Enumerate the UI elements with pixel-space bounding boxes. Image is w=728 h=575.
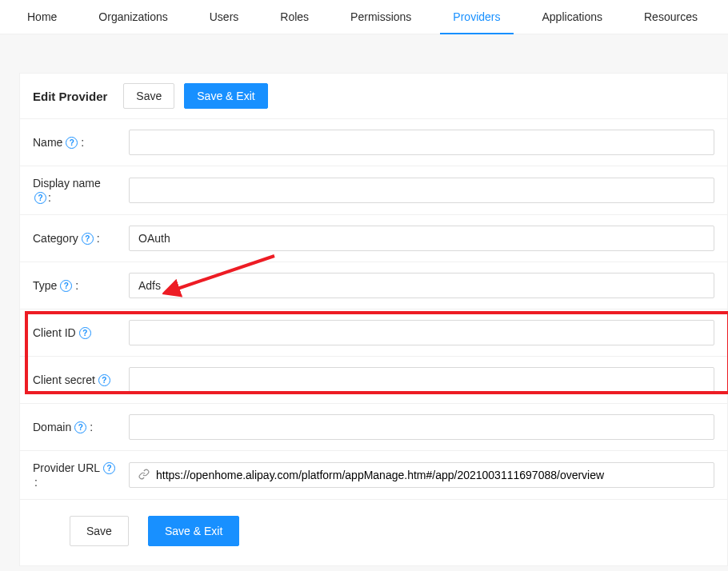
nav-tab-applications[interactable]: Applications [530, 0, 616, 34]
card-header: Edit Provider Save Save & Exit [20, 74, 727, 119]
colon: : [97, 232, 100, 245]
page-title: Edit Provider [33, 90, 107, 103]
client-id-field[interactable] [129, 320, 714, 345]
label-type: Type [33, 279, 57, 292]
colon: : [48, 191, 51, 204]
label-name: Name [33, 136, 62, 149]
colon: : [75, 279, 78, 292]
help-icon[interactable]: ? [66, 137, 78, 149]
help-icon[interactable]: ? [82, 233, 94, 245]
nav-tab-permissions[interactable]: Permissions [338, 0, 424, 34]
type-value: Adfs [138, 279, 161, 292]
colon: : [81, 136, 84, 149]
domain-field[interactable] [129, 414, 714, 440]
row-provider-url: Provider URL ? : [20, 451, 727, 500]
provider-form: Name ? : Display name ? : [20, 119, 727, 565]
label-client-secret: Client secret [33, 373, 95, 386]
row-client-id: Client ID ? [20, 309, 727, 357]
help-icon[interactable]: ? [34, 192, 46, 204]
provider-url-wrapper [129, 462, 714, 488]
link-icon [138, 469, 150, 482]
row-client-secret: Client secret ? [20, 357, 727, 404]
help-icon[interactable]: ? [103, 462, 115, 474]
display-name-field[interactable] [129, 178, 714, 203]
row-display-name: Display name ? : [20, 166, 727, 215]
colon: : [34, 476, 38, 489]
provider-url-field[interactable] [156, 463, 705, 487]
colon: : [90, 421, 93, 433]
label-display-name: Display name [33, 177, 101, 190]
help-icon[interactable]: ? [98, 374, 110, 386]
nav-tab-resources[interactable]: Resources [631, 0, 710, 34]
help-icon[interactable]: ? [74, 421, 86, 433]
label-provider-url: Provider URL [33, 461, 100, 474]
save-button-header[interactable]: Save [123, 83, 174, 109]
name-field[interactable] [129, 130, 714, 155]
type-select[interactable]: Adfs [129, 273, 714, 298]
row-domain: Domain ? : [20, 404, 727, 451]
row-category: Category ? : OAuth [20, 215, 727, 262]
label-category: Category [33, 232, 78, 245]
nav-tab-organizations[interactable]: Organizations [86, 0, 180, 34]
save-button-footer[interactable]: Save [70, 516, 129, 546]
category-select[interactable]: OAuth [129, 226, 714, 251]
top-nav: Home Organizations Users Roles Permissio… [0, 0, 728, 34]
client-secret-field[interactable] [129, 367, 714, 393]
nav-tab-roles[interactable]: Roles [267, 0, 322, 34]
row-name: Name ? : [20, 119, 727, 166]
nav-tab-users[interactable]: Users [197, 0, 252, 34]
label-client-id: Client ID [33, 326, 76, 339]
category-value: OAuth [138, 232, 170, 245]
help-icon[interactable]: ? [79, 327, 91, 339]
save-exit-button-footer[interactable]: Save & Exit [148, 516, 239, 546]
label-domain: Domain [33, 421, 71, 433]
row-type: Type ? : Adfs [20, 262, 727, 309]
footer-actions: Save Save & Exit [20, 500, 727, 565]
nav-tab-home[interactable]: Home [14, 0, 70, 34]
save-exit-button-header[interactable]: Save & Exit [184, 83, 267, 109]
edit-provider-card: Edit Provider Save Save & Exit Name ? : … [19, 73, 728, 566]
help-icon[interactable]: ? [60, 280, 72, 292]
nav-tab-providers[interactable]: Providers [440, 0, 513, 34]
